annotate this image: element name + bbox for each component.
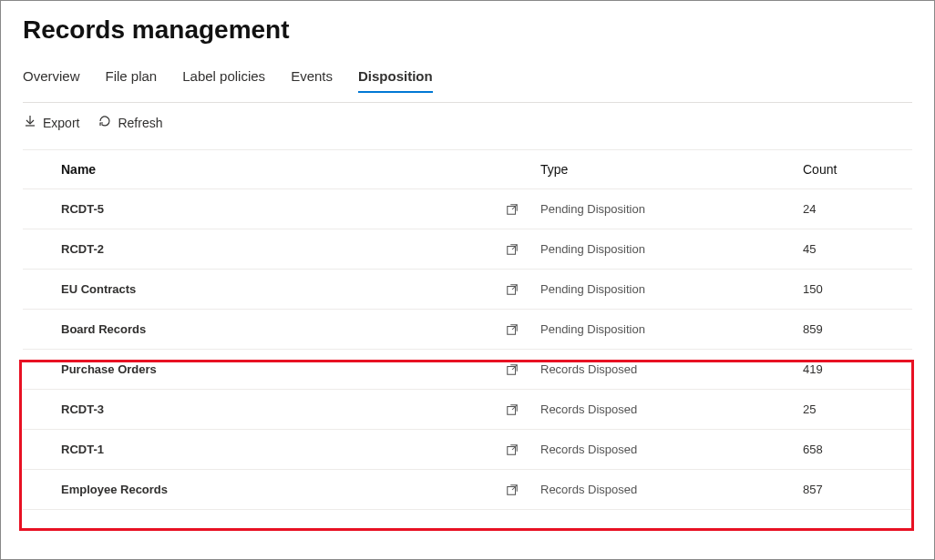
open-new-icon[interactable]: [489, 443, 535, 456]
table-row[interactable]: Employee Records Records Disposed857: [23, 470, 912, 510]
table-row[interactable]: EU Contracts Pending Disposition150: [23, 270, 912, 310]
cell-type: Pending Disposition: [535, 242, 803, 256]
toolbar: Export Refresh: [23, 114, 912, 131]
table-row[interactable]: RCDT-3 Records Disposed25: [23, 390, 912, 430]
cell-count: 24: [803, 202, 912, 216]
export-label: Export: [43, 116, 79, 130]
table-row[interactable]: RCDT-2 Pending Disposition45: [23, 229, 912, 270]
tab-label-policies[interactable]: Label policies: [182, 63, 265, 93]
refresh-button[interactable]: Refresh: [98, 114, 162, 131]
cell-count: 419: [803, 362, 912, 376]
cell-type: Records Disposed: [535, 362, 803, 376]
refresh-label: Refresh: [118, 116, 162, 130]
open-new-icon[interactable]: [489, 283, 535, 296]
open-new-icon[interactable]: [489, 363, 535, 376]
cell-name: RCDT-2: [61, 242, 489, 256]
cell-count: 859: [803, 322, 912, 336]
cell-type: Records Disposed: [535, 443, 803, 456]
divider: [23, 102, 912, 103]
cell-type: Records Disposed: [535, 483, 803, 496]
cell-name: Board Records: [61, 322, 489, 336]
open-new-icon[interactable]: [489, 243, 535, 256]
cell-type: Pending Disposition: [535, 282, 803, 296]
open-new-icon[interactable]: [489, 323, 535, 336]
cell-type: Records Disposed: [535, 402, 803, 416]
cell-count: 25: [803, 402, 912, 416]
tab-bar: Overview File plan Label policies Events…: [23, 63, 912, 93]
table-row[interactable]: Purchase Orders Records Disposed419: [23, 350, 912, 390]
table-header: Name Type Count: [23, 149, 912, 189]
col-header-type[interactable]: Type: [535, 162, 803, 177]
open-new-icon[interactable]: [489, 203, 535, 216]
cell-name: EU Contracts: [61, 282, 489, 296]
col-header-name[interactable]: Name: [61, 162, 489, 177]
tab-disposition[interactable]: Disposition: [358, 63, 433, 93]
table-row[interactable]: RCDT-5 Pending Disposition24: [23, 189, 912, 229]
cell-name: Purchase Orders: [61, 362, 489, 376]
table-row[interactable]: RCDT-1 Records Disposed658: [23, 430, 912, 470]
table-row[interactable]: Board Records Pending Disposition859: [23, 310, 912, 350]
cell-count: 658: [803, 443, 912, 456]
export-button[interactable]: Export: [23, 114, 79, 131]
cell-name: RCDT-5: [61, 202, 489, 216]
tab-overview[interactable]: Overview: [23, 63, 80, 93]
cell-name: Employee Records: [61, 483, 489, 496]
refresh-icon: [98, 114, 112, 131]
open-new-icon[interactable]: [489, 403, 535, 416]
tab-file-plan[interactable]: File plan: [106, 63, 158, 93]
cell-name: RCDT-3: [61, 402, 489, 416]
tab-events[interactable]: Events: [291, 63, 333, 93]
cell-type: Pending Disposition: [535, 202, 803, 216]
cell-count: 857: [803, 483, 912, 496]
cell-count: 150: [803, 282, 912, 296]
cell-type: Pending Disposition: [535, 322, 803, 336]
open-new-icon[interactable]: [489, 484, 535, 496]
cell-name: RCDT-1: [61, 443, 489, 456]
disposition-table: Name Type Count RCDT-5 Pending Dispositi…: [23, 149, 912, 510]
col-header-count[interactable]: Count: [803, 162, 912, 177]
download-icon: [23, 114, 37, 131]
page-title: Records management: [23, 15, 912, 45]
cell-count: 45: [803, 242, 912, 256]
